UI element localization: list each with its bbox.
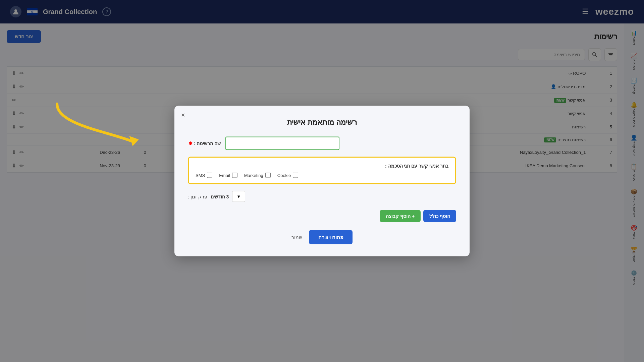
time-value: 3 חודשים <box>211 194 229 199</box>
email-checkbox[interactable] <box>232 173 237 178</box>
consent-option-sms: SMS <box>196 173 212 178</box>
time-dropdown[interactable]: ▼ <box>232 191 245 202</box>
modal-dialog: × רשימה מותאמת אישית שם הרשימה : ✱ בחר א… <box>174 106 470 256</box>
close-button[interactable]: × <box>181 111 185 119</box>
consent-box: בחר אנשי קשר עם תגי הסכמה : Cookie Marke… <box>188 157 456 184</box>
consent-title: בחר אנשי קשר עם תגי הסכמה : <box>196 163 448 169</box>
email-label: Email <box>219 173 230 178</box>
add-buttons: הוסף כולל + הוסף קבוצה <box>188 210 456 222</box>
consent-option-marketing: Marketing <box>244 173 271 178</box>
list-name-input[interactable] <box>225 137 339 150</box>
consent-option-cookie: Cookie <box>277 173 298 178</box>
modal-footer: שמור פתוח ויצירה <box>188 230 456 244</box>
cookie-label: Cookie <box>277 173 291 178</box>
list-name-label: שם הרשימה : ✱ <box>188 141 221 146</box>
save-close-button[interactable]: שמור <box>291 235 302 240</box>
list-name-row: שם הרשימה : ✱ <box>188 137 456 150</box>
marketing-checkbox[interactable] <box>265 173 271 178</box>
add-all-button[interactable]: הוסף כולל <box>423 210 456 222</box>
required-indicator: ✱ <box>189 141 193 146</box>
sms-checkbox[interactable] <box>207 173 212 178</box>
modal-title: רשימה מותאמת אישית <box>188 118 456 127</box>
consent-option-email: Email <box>219 173 237 178</box>
time-period-row: ▼ 3 חודשים פרק זמן : <box>188 191 456 202</box>
tags-row: הוסף כולל + הוסף קבוצה <box>188 210 456 222</box>
sms-label: SMS <box>196 173 205 178</box>
marketing-label: Marketing <box>244 173 263 178</box>
add-icon: + <box>412 214 415 219</box>
add-group-button[interactable]: + הוסף קבוצה <box>380 210 421 222</box>
cookie-checkbox[interactable] <box>293 173 298 178</box>
open-edit-button[interactable]: פתוח ויצירה <box>309 230 353 244</box>
consent-options: Cookie Marketing Email SMS <box>196 173 448 178</box>
time-label: פרק זמן : <box>188 194 207 199</box>
